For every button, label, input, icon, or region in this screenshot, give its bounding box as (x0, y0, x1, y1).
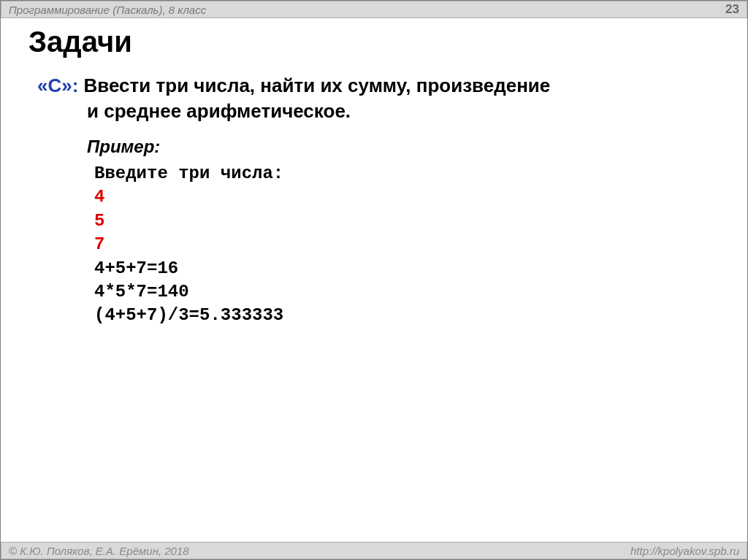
code-product: 4*5*7=140 (94, 280, 718, 304)
task-block: «C»: Ввести три числа, найти их сумму, п… (37, 74, 718, 328)
task-marker: «C»: (37, 74, 78, 96)
header-bar: Программирование (Паскаль), 8 класс 23 (1, 1, 747, 18)
example-block: Пример: Введите три числа: 4 5 7 4+5+7=1… (87, 136, 718, 328)
code-input-2: 5 (94, 210, 718, 233)
page-title: Задачи (28, 26, 132, 58)
code-input-1: 4 (94, 185, 718, 209)
footer-url: http://kpolyakov.spb.ru (630, 545, 739, 557)
page-number: 23 (725, 2, 739, 17)
footer-bar: © К.Ю. Поляков, Е.А. Ерёмин, 2018 http:/… (1, 542, 747, 559)
code-sum: 4+5+7=16 (94, 257, 718, 280)
example-label: Пример: (87, 136, 718, 158)
code-prompt: Введите три числа: (94, 162, 718, 185)
footer-copyright: © К.Ю. Поляков, Е.А. Ерёмин, 2018 (9, 545, 189, 557)
task-line1: «C»: Ввести три числа, найти их сумму, п… (37, 74, 718, 98)
code-avg: (4+5+7)/3=5.333333 (94, 304, 718, 327)
code-input-3: 7 (94, 233, 718, 256)
code-block: Введите три числа: 4 5 7 4+5+7=16 4*5*7=… (94, 162, 718, 328)
task-text-1: Ввести три числа, найти их сумму, произв… (78, 74, 550, 96)
task-text-2: и среднее арифметическое. (87, 99, 718, 123)
course-title: Программирование (Паскаль), 8 класс (9, 4, 206, 16)
slide: Программирование (Паскаль), 8 класс 23 З… (0, 0, 748, 560)
